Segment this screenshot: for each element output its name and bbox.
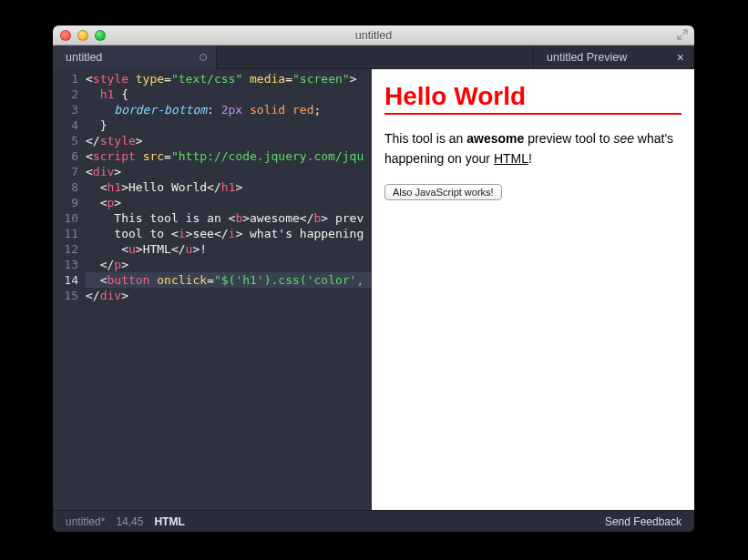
line-number: 11 xyxy=(53,226,86,241)
line-number: 5 xyxy=(53,133,86,148)
status-bar: untitled* 14,45 HTML Send Feedback xyxy=(53,510,694,532)
tab-label: untitled Preview xyxy=(547,51,627,64)
dirty-indicator-icon[interactable] xyxy=(200,54,207,61)
status-cursor-position: 14,45 xyxy=(116,515,143,528)
line-number-gutter: 123456789101112131415 xyxy=(53,69,86,510)
code-line[interactable]: <h1>Hello World</h1> xyxy=(86,179,372,195)
code-line[interactable]: <style type="text/css" media="screen"> xyxy=(86,71,372,87)
tab-label: untitled xyxy=(66,51,102,64)
line-number: 14 xyxy=(53,272,86,288)
minimize-window-button[interactable] xyxy=(77,30,88,41)
fullscreen-icon[interactable] xyxy=(676,28,689,41)
preview-heading: Hello World xyxy=(384,82,681,115)
app-window: untitled untitled untitled Preview × 123… xyxy=(53,25,694,532)
preview-text: ! xyxy=(528,151,532,166)
tab-bar-spacer xyxy=(217,46,533,68)
main-area: 123456789101112131415 <style type="text/… xyxy=(53,69,694,510)
code-line[interactable]: border-bottom: 2px solid red; xyxy=(86,102,372,117)
line-number: 10 xyxy=(53,210,86,226)
tab-preview[interactable]: untitled Preview × xyxy=(534,46,694,69)
line-number: 6 xyxy=(53,148,86,164)
code-line[interactable]: </style> xyxy=(86,133,372,148)
line-number: 4 xyxy=(53,117,86,133)
code-line[interactable]: tool to <i>see</i> what's happening xyxy=(86,226,372,241)
status-language[interactable]: HTML xyxy=(154,515,184,528)
window-title: untitled xyxy=(53,29,694,42)
code-editor[interactable]: 123456789101112131415 <style type="text/… xyxy=(53,69,372,510)
line-number: 2 xyxy=(53,87,86,102)
preview-text: preview tool to xyxy=(524,131,613,146)
zoom-window-button[interactable] xyxy=(95,30,106,41)
code-line[interactable]: <button onclick="$('h1').css('color', xyxy=(86,272,372,288)
status-filename: untitled* xyxy=(66,515,105,528)
preview-text: This tool is an xyxy=(384,131,466,146)
tab-bar: untitled untitled Preview × xyxy=(53,46,694,69)
code-line[interactable]: <div> xyxy=(86,164,372,179)
traffic-lights xyxy=(60,30,106,41)
line-number: 15 xyxy=(53,288,86,303)
line-number: 3 xyxy=(53,102,86,117)
code-line[interactable]: <script src="http://code.jquery.com/jqu xyxy=(86,148,372,164)
send-feedback-link[interactable]: Send Feedback xyxy=(605,515,681,528)
tab-editor[interactable]: untitled xyxy=(53,46,217,69)
titlebar[interactable]: untitled xyxy=(53,25,694,46)
preview-paragraph: This tool is an awesome preview tool to … xyxy=(384,129,681,168)
close-window-button[interactable] xyxy=(60,30,71,41)
line-number: 8 xyxy=(53,179,86,195)
code-line[interactable]: h1 { xyxy=(86,87,372,102)
code-line[interactable]: <p> xyxy=(86,195,372,210)
code-line[interactable]: </p> xyxy=(86,257,372,272)
line-number: 1 xyxy=(53,71,86,87)
code-line[interactable]: } xyxy=(86,117,372,133)
code-line[interactable]: </div> xyxy=(86,288,372,303)
line-number: 9 xyxy=(53,195,86,210)
preview-js-button[interactable]: Also JavaScript works! xyxy=(384,184,502,200)
preview-pane: Hello World This tool is an awesome prev… xyxy=(372,69,694,510)
code-line[interactable]: This tool is an <b>awesome</b> prev xyxy=(86,210,372,226)
line-number: 7 xyxy=(53,164,86,179)
line-number: 12 xyxy=(53,241,86,257)
line-number: 13 xyxy=(53,257,86,272)
close-tab-icon[interactable]: × xyxy=(677,51,684,64)
code-line[interactable]: <u>HTML</u>! xyxy=(86,241,372,257)
preview-italic: see xyxy=(613,131,634,146)
preview-underline: HTML xyxy=(494,151,528,166)
code-area[interactable]: <style type="text/css" media="screen"> h… xyxy=(86,69,372,510)
preview-bold: awesome xyxy=(466,131,524,146)
